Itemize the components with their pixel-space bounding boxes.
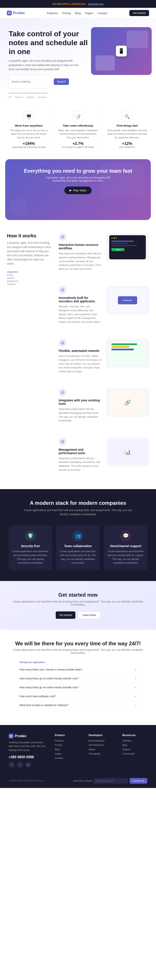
stack-card-team: 👥 Team collaboration Create applications… — [56, 525, 100, 570]
stack-card-title-1: Team collaboration — [60, 544, 96, 548]
footer-product-col: Product Features Pricing Blog Pages Cont… — [55, 734, 80, 768]
play-video-button[interactable]: Play Video — [65, 186, 92, 194]
get-started-button[interactable]: Get started — [56, 611, 76, 619]
features-section: 🖥️ Work from anywhere The things you use… — [0, 105, 156, 155]
footer-link-blog2[interactable]: Blog — [122, 744, 147, 746]
stack-card-desc-2: Create applications and load them with p… — [107, 549, 144, 565]
faq-arrow-0: + — [135, 668, 137, 671]
stack-title: A modern stack for modern companies — [9, 500, 147, 506]
step-icon-3 — [59, 388, 66, 396]
footer-logo-icon — [9, 734, 13, 738]
sidebar-tab-management[interactable]: Management — [7, 280, 52, 283]
brand-logo: Prodex — [7, 11, 25, 16]
step-title-1: Innovatively built for recruiters and ap… — [59, 296, 102, 303]
footer-contact-button[interactable]: Contact Us — [129, 778, 147, 784]
faq-category: Pricing our right place — [19, 661, 137, 663]
footer-lets-talk: Let's Get In Touch — [73, 780, 92, 782]
footer-link-features[interactable]: Features — [55, 739, 80, 742]
faq-item-4[interactable]: What kind of tasks is needed for softwar… — [19, 701, 137, 710]
step-desc-2: Drone recording like YouTube, Twitter In… — [59, 354, 102, 373]
get-started-title: Get started now — [9, 592, 147, 598]
get-started-buttons: Get started Learn more — [9, 611, 147, 619]
nav-cta-button[interactable]: Get started — [129, 10, 149, 16]
footer-email-form: Let's Get In Touch Contact Us — [73, 778, 147, 784]
faq-item-3[interactable]: How much does software cost? + — [19, 692, 137, 701]
cta-decoration2 — [9, 198, 27, 216]
step-mockup-0: Active — [106, 233, 149, 261]
step-mockup-2 — [106, 339, 149, 367]
feature-stat-1: +2.7% — [58, 142, 98, 146]
nav-contact[interactable]: Contact — [98, 11, 107, 15]
svg-rect-10 — [11, 735, 12, 736]
modern-stack-section: A modern stack for modern companies Crea… — [0, 489, 156, 581]
footer-link-community[interactable]: Community — [122, 752, 147, 755]
step-icon-4 — [59, 438, 66, 446]
sidebar-tab-integrates[interactable]: Integrates — [7, 283, 52, 286]
footer-link-pages[interactable]: Pages — [55, 752, 80, 755]
footer-socials: f t in — [9, 762, 46, 768]
faq-left: Pricing our right place How many times c… — [19, 661, 137, 710]
footer-link-blog[interactable]: Blog — [55, 748, 80, 751]
stack-card-omni: 💬 Omnichannel support Create application… — [104, 525, 147, 570]
nav-features[interactable]: Features — [47, 11, 58, 15]
get-started-description: Create applications and load them with p… — [9, 600, 147, 606]
promo-link[interactable]: Subscribe now — [88, 3, 104, 5]
sidebar-tab-pricing[interactable]: Pricing — [7, 274, 52, 277]
faq-arrow-2: + — [135, 686, 137, 689]
svg-rect-2 — [8, 13, 9, 14]
footer-link-pricing[interactable]: Pricing — [55, 744, 80, 746]
twitter-icon[interactable]: t — [17, 762, 23, 768]
search-icon: 🔍 — [122, 111, 132, 122]
nav-blog[interactable]: Blog — [75, 11, 81, 15]
feature-title-0: Work from anywhere — [9, 124, 49, 127]
feature-stat-0: +194% — [9, 142, 49, 146]
nav-pages[interactable]: Pages — [85, 11, 93, 15]
faq-section: We will be there for you every time of t… — [0, 630, 156, 725]
footer-link-docs[interactable]: Documentation — [88, 739, 114, 742]
svg-rect-3 — [9, 13, 10, 14]
footer-product-title: Product — [55, 734, 80, 737]
footer-link-status[interactable]: Status — [88, 748, 114, 751]
linkedin-icon[interactable]: in — [25, 762, 31, 768]
step-title-3: Integrates with your existing tools — [59, 399, 102, 406]
facebook-icon[interactable]: f — [9, 762, 15, 768]
step-desc-0: Help keep your employees safe with our w… — [59, 252, 102, 271]
footer-top: Prodex Creating meaningful connections w… — [9, 734, 147, 768]
faq-question-2: How many times go on online money transf… — [19, 686, 79, 689]
trusted-logos: G2 Capterra GetApp Crozdesk — [9, 96, 91, 99]
how-step-1: Innovatively built for recruiters and ap… — [59, 286, 149, 324]
hero-section: Take control of your notes and schedule … — [0, 19, 156, 105]
footer-link-support[interactable]: Support — [122, 748, 147, 751]
faq-question-4: What kind of tasks is needed for softwar… — [19, 704, 68, 707]
footer-copyright: © 2024 Prodex. All Rights Reserved. — [9, 780, 44, 782]
get-started-section: Get started now Create applications and … — [0, 581, 156, 630]
nav-links: Features Pricing Blog Pages Contact — [47, 11, 107, 15]
footer-logo-text: Prodex — [15, 734, 27, 738]
faq-item-2[interactable]: How many times go on online money transf… — [19, 683, 137, 692]
stack-card-title-0: Security first — [12, 544, 49, 548]
stack-description: Create applications and load them with p… — [24, 508, 132, 517]
step-desc-3: Application portal loaded with pre-popul… — [59, 407, 102, 422]
how-step-2: Flexible, automated rewards Drone record… — [59, 339, 149, 373]
faq-item-1[interactable]: How many times go on online money transf… — [19, 674, 137, 683]
how-steps: Interactive human resource workflow. Hel… — [59, 233, 149, 480]
nav-pricing[interactable]: Pricing — [62, 11, 71, 15]
footer-link-api[interactable]: API Reference — [88, 744, 114, 746]
stack-card-desc-1: Create applications and load them with p… — [60, 549, 96, 565]
faq-item-0[interactable]: How many times can I choose a money tran… — [19, 665, 137, 674]
sidebar-tab-rewards[interactable]: Rewards — [7, 277, 52, 280]
feature-title-2: Find things fast — [107, 124, 147, 127]
hero-search-input[interactable] — [9, 75, 52, 88]
footer: Prodex Creating meaningful connections w… — [0, 725, 156, 788]
faq-content: Pricing our right place How many times c… — [19, 661, 137, 710]
svg-rect-12 — [11, 736, 12, 737]
learn-more-button[interactable]: Learn more — [78, 611, 100, 619]
footer-link-changelog[interactable]: Changelog — [88, 752, 114, 755]
hero-search-button[interactable]: Search — [54, 78, 69, 85]
footer-email-input[interactable] — [94, 778, 128, 784]
footer-link-contact[interactable]: Contact — [55, 757, 80, 759]
hero-headline: Take control of your notes and schedule … — [9, 29, 91, 56]
sidebar-tab-integrations[interactable]: Integrations — [7, 270, 52, 274]
footer-link-tutorials[interactable]: Tutorials — [122, 739, 147, 742]
feature-desc-0: The things you use to do your job, in ap… — [9, 129, 49, 140]
